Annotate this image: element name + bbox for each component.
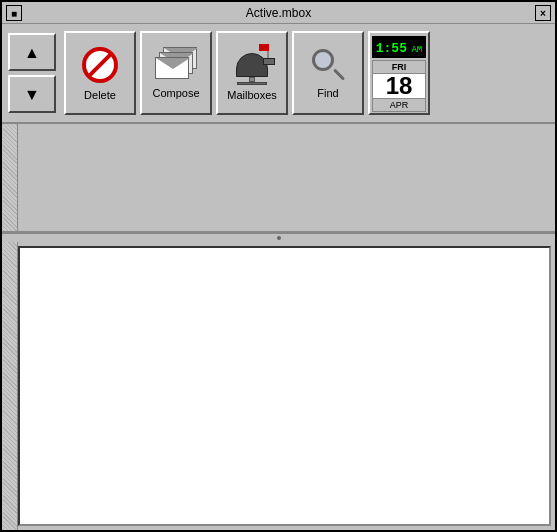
magnifier-handle-icon bbox=[333, 69, 345, 81]
calendar-widget: FRI 18 APR bbox=[372, 60, 426, 112]
magnifier-glass-icon bbox=[312, 49, 334, 71]
list-content bbox=[18, 124, 555, 231]
mailboxes-label: Mailboxes bbox=[227, 89, 277, 101]
resize-handle[interactable] bbox=[2, 234, 555, 242]
find-icon bbox=[310, 47, 346, 83]
toolbar: Delete Compose Ma bbox=[2, 24, 555, 124]
preview-scroll-track bbox=[3, 242, 17, 530]
clock-ampm: AM bbox=[411, 45, 422, 55]
delete-button[interactable]: Delete bbox=[64, 31, 136, 115]
nav-buttons bbox=[8, 33, 56, 113]
compose-icon bbox=[155, 47, 197, 83]
compose-button[interactable]: Compose bbox=[140, 31, 212, 115]
delete-icon bbox=[80, 45, 120, 85]
calendar-month: APR bbox=[373, 98, 425, 111]
up-arrow-icon bbox=[24, 42, 40, 63]
preview-scrollbar[interactable] bbox=[2, 242, 18, 530]
find-button[interactable]: Find bbox=[292, 31, 364, 115]
preview-content bbox=[18, 246, 551, 526]
window-title: Active.mbox bbox=[246, 6, 311, 20]
nav-down-button[interactable] bbox=[8, 75, 56, 113]
envelope-front bbox=[155, 57, 189, 79]
down-arrow-icon bbox=[24, 84, 40, 105]
message-preview bbox=[2, 242, 555, 530]
nav-up-button[interactable] bbox=[8, 33, 56, 71]
title-bar: ■ Active.mbox × bbox=[2, 2, 555, 24]
find-label: Find bbox=[317, 87, 338, 99]
calendar-date: 18 bbox=[386, 74, 413, 98]
flag-icon bbox=[259, 44, 269, 51]
mailbox-icon bbox=[231, 45, 273, 85]
resize-dot bbox=[277, 236, 281, 240]
mailboxes-button[interactable]: Mailboxes bbox=[216, 31, 288, 115]
delete-label: Delete bbox=[84, 89, 116, 101]
scroll-track bbox=[3, 124, 17, 231]
content-area bbox=[2, 124, 555, 530]
compose-label: Compose bbox=[152, 87, 199, 99]
list-scrollbar[interactable] bbox=[2, 124, 18, 231]
clock-time: 1:55 bbox=[376, 41, 407, 56]
menu-icon[interactable]: ■ bbox=[6, 5, 22, 21]
mailbox-body bbox=[236, 53, 268, 77]
mailbox-base bbox=[237, 82, 267, 85]
main-window: ■ Active.mbox × Delete bbox=[0, 0, 557, 532]
message-list[interactable] bbox=[2, 124, 555, 234]
no-sign-icon bbox=[82, 47, 118, 83]
clock-widget: 1:55 AM FRI 18 APR bbox=[368, 31, 430, 115]
close-icon[interactable]: × bbox=[535, 5, 551, 21]
